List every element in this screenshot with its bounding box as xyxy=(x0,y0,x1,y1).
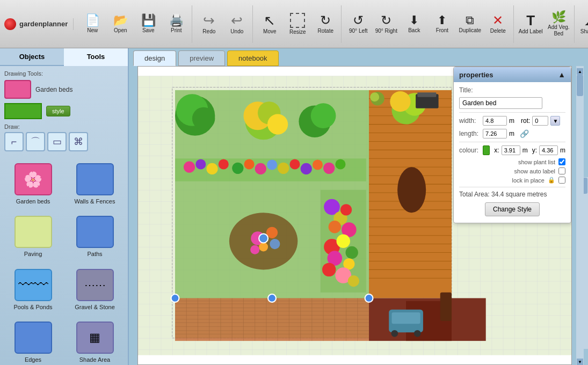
rotate-left-button[interactable]: ↺ 90° Left xyxy=(345,5,372,43)
svg-rect-116 xyxy=(417,92,436,97)
tab-notebook[interactable]: notebook xyxy=(227,50,279,66)
shadows-label: Shadows xyxy=(580,28,588,35)
x-input[interactable] xyxy=(502,145,520,155)
tab-objects[interactable]: Objects xyxy=(0,48,64,66)
tab-tools[interactable]: Tools xyxy=(64,48,128,66)
draw-rect-tool[interactable]: ▭ xyxy=(47,132,67,151)
width-unit: m xyxy=(509,117,514,125)
duplicate-label: Duplicate xyxy=(459,27,481,34)
move-icon: ↖ xyxy=(264,13,275,27)
print-label: Print xyxy=(171,27,182,34)
svg-point-77 xyxy=(259,242,268,251)
app-logo: gardenplanner xyxy=(4,18,74,30)
grid-item-walls-fences[interactable]: Walls & Fences xyxy=(66,160,124,208)
new-button[interactable]: 📄 New xyxy=(79,5,106,43)
back-button[interactable]: ⬇ Back xyxy=(401,5,427,43)
garden-bed-label: Garden beds xyxy=(35,86,72,93)
x-label: x: xyxy=(494,147,499,154)
add-label-button[interactable]: T Add Label xyxy=(517,5,544,43)
paving-label: Paving xyxy=(24,250,42,258)
transform-tools: ↖ Move Resize ↻ Rotate xyxy=(254,5,342,43)
duplicate-button[interactable]: ⧉ Duplicate xyxy=(456,5,483,43)
svg-point-104 xyxy=(278,163,289,174)
show-auto-label-checkbox[interactable] xyxy=(558,167,565,174)
open-button[interactable]: 📂 Open xyxy=(107,5,134,43)
canvas-container: properties ▲ Title: width: xyxy=(133,66,584,365)
new-icon: 📄 xyxy=(85,14,100,26)
delete-button[interactable]: ✕ Delete xyxy=(484,5,511,43)
style-button[interactable]: style xyxy=(46,106,70,116)
svg-point-92 xyxy=(322,263,336,276)
canvas-area: design preview notebook xyxy=(129,48,588,365)
y-unit: m xyxy=(560,147,565,154)
rotate-left-label: 90° Left xyxy=(349,28,368,34)
draw-label: Draw: xyxy=(4,123,124,130)
undo-icon: ↩ xyxy=(231,13,243,27)
gravel-stone-icon: ⋯⋯ xyxy=(76,269,114,301)
shadows-button[interactable]: ☁ Shadows xyxy=(578,5,588,43)
print-button[interactable]: 🖨️ Print xyxy=(163,5,190,43)
paving-icon xyxy=(14,216,52,248)
svg-point-98 xyxy=(206,163,217,174)
rotate-button[interactable]: ↻ Rotate xyxy=(312,5,339,43)
title-input[interactable] xyxy=(459,97,542,109)
svg-point-107 xyxy=(313,159,323,170)
rotate-right-button[interactable]: ↻ 90° Right xyxy=(373,5,400,43)
canvas-scrollbar-right[interactable]: ▲ ▼ xyxy=(576,66,584,365)
rot-input[interactable] xyxy=(532,116,548,126)
grid-item-shade-area[interactable]: ▦ Shade Area xyxy=(66,318,124,365)
svg-point-108 xyxy=(323,163,335,174)
draw-curve-tool[interactable]: ⌒ xyxy=(26,132,45,151)
lock-in-place-checkbox[interactable] xyxy=(558,177,565,184)
show-plant-list-row: show plant list xyxy=(459,158,565,165)
colour-swatch[interactable] xyxy=(483,145,490,155)
print-icon: 🖨️ xyxy=(169,14,184,26)
paths-icon xyxy=(76,216,114,248)
move-button[interactable]: ↖ Move xyxy=(256,5,283,43)
orientation-tools: ↺ 90° Left ↻ 90° Right ⬇ Back ⬆ Front ⧉ … xyxy=(343,5,514,43)
resize-button[interactable]: Resize xyxy=(284,5,311,43)
properties-expand-btn[interactable]: ▲ xyxy=(558,70,565,79)
svg-point-103 xyxy=(267,159,277,170)
gravel-stone-label: Gravel & Stone xyxy=(75,303,115,311)
width-row: width: m rot: ▼ xyxy=(459,116,565,126)
properties-panel: properties ▲ Title: width: xyxy=(453,67,571,223)
tab-preview[interactable]: preview xyxy=(178,50,225,66)
grid-item-paths[interactable]: Paths xyxy=(66,213,124,261)
save-button[interactable]: 💾 Save xyxy=(135,5,162,43)
y-input[interactable] xyxy=(539,145,558,155)
main-layout: Objects Tools Drawing Tools: Garden beds… xyxy=(0,48,588,365)
draw-freeform-tool[interactable]: ⌘ xyxy=(69,132,88,151)
scroll-down-arrow[interactable]: ▼ xyxy=(577,359,583,365)
undo-button[interactable]: ↩ Undo xyxy=(223,5,250,43)
change-style-button[interactable]: Change Style xyxy=(485,202,540,216)
grid-item-garden-beds[interactable]: 🌸 Garden beds xyxy=(4,160,62,208)
canvas-wrapper[interactable]: properties ▲ Title: width: xyxy=(137,66,572,365)
grid-item-edges[interactable]: Edges xyxy=(4,318,62,365)
svg-point-94 xyxy=(348,275,359,287)
draw-corner-tool[interactable]: ⌐ xyxy=(4,132,24,151)
title-input-row xyxy=(459,97,565,109)
grid-item-paving[interactable]: Paving xyxy=(4,213,62,261)
grid-item-gravel-stone[interactable]: ⋯⋯ Gravel & Stone xyxy=(66,266,124,314)
style-color-preview xyxy=(4,103,42,119)
redo-button[interactable]: ↪ Redo xyxy=(195,5,222,43)
back-icon: ⬇ xyxy=(409,14,419,26)
add-veg-button[interactable]: 🌿 Add Veg. Bed xyxy=(545,5,572,43)
svg-point-96 xyxy=(184,162,195,173)
svg-point-111 xyxy=(268,294,276,302)
length-input[interactable] xyxy=(483,129,507,138)
svg-point-113 xyxy=(397,167,426,213)
title-label: Title: xyxy=(459,86,481,94)
view-tabs: design preview notebook xyxy=(129,48,588,66)
show-plant-list-checkbox[interactable] xyxy=(558,158,565,165)
svg-rect-114 xyxy=(440,293,452,321)
garden-beds-icon: 🌸 xyxy=(14,163,52,195)
tab-design[interactable]: design xyxy=(133,50,176,66)
width-input[interactable] xyxy=(483,116,507,126)
scroll-up-arrow[interactable]: ▲ xyxy=(577,68,583,75)
front-button[interactable]: ⬆ Front xyxy=(429,5,455,43)
pools-ponds-label: Pools & Ponds xyxy=(13,303,52,311)
rot-arrow-btn[interactable]: ▼ xyxy=(550,116,560,126)
grid-item-pools-ponds[interactable]: 〰〰 Pools & Ponds xyxy=(4,266,62,314)
